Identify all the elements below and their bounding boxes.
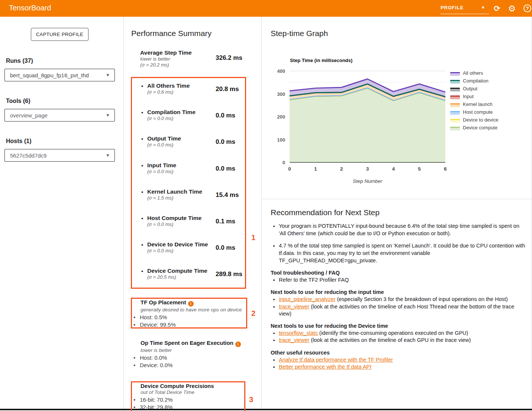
hosts-label: Hosts (1) <box>6 138 31 145</box>
metric-value: 0.1 ms <box>216 218 235 225</box>
info-icon[interactable]: i <box>235 342 241 347</box>
bullet-icon: • <box>141 242 143 248</box>
tool-link[interactable]: trace_viewer <box>279 337 309 343</box>
legend-swatch <box>450 88 460 91</box>
bullet-icon: • <box>141 189 143 195</box>
item-text: (especially Section 3 for the breakdown … <box>335 296 507 302</box>
subsection-list: input_pipeline_analyzer (especially Sect… <box>271 296 526 317</box>
legend-label: Output <box>463 86 477 91</box>
bullet-icon: • <box>141 162 143 169</box>
tools-select-value: overview_page <box>10 112 48 119</box>
bullet-icon: • <box>141 268 143 274</box>
step-time-breakdown-row: •Input Time(σ = 0.0 ms)0.0 ms <box>133 162 245 175</box>
chevron-down-icon: ▼ <box>106 72 110 78</box>
refresh-icon[interactable]: ⟳ <box>491 3 503 14</box>
x-tick-label: 2 <box>340 166 343 172</box>
tf-op-placement-note: generally desired to have more ops on de… <box>141 307 245 313</box>
tf-op-placement-section: TF Op Placementi generally desired to ha… <box>131 299 245 328</box>
recommendation-bullet: 4.7 % of the total step time sampled is … <box>279 242 526 264</box>
chevron-down-icon: ▼ <box>481 5 485 10</box>
step-time-breakdown-row: •All Others Time(σ = 0.6 ms)20.8 ms <box>133 82 245 95</box>
annotation-number-2: 2 <box>251 309 255 318</box>
step-time-chart: 01002003004000123456Step Number <box>262 17 532 199</box>
app-title: TensorBoard <box>9 4 51 12</box>
tools-select[interactable]: overview_page ▼ <box>4 109 115 122</box>
info-icon[interactable]: i <box>188 301 194 307</box>
recommendation-section: Recommendation for Next Step Your progra… <box>262 199 532 409</box>
eager-execution-section: Op Time Spent on Eager Executioni lower … <box>131 340 245 369</box>
x-tick-label: 3 <box>366 166 369 172</box>
capture-profile-button[interactable]: CAPTURE PROFILE <box>31 28 88 41</box>
runs-select[interactable]: bert_squad_8gpu_fp16_pvt_thd ▼ <box>4 69 115 81</box>
step-time-breakdown-row: •Kernel Launch Time(σ = 1.5 ms)15.4 ms <box>133 188 245 201</box>
metric-value: 0.0 ms <box>216 138 235 146</box>
y-tick-label: 200 <box>277 114 285 120</box>
subsection-heading: Other useful resources <box>271 350 526 356</box>
metric-value: 289.8 ms <box>216 271 242 278</box>
chevron-down-icon: ▼ <box>106 113 110 118</box>
subsection-item: trace_viewer (look at the activities on … <box>279 337 526 344</box>
x-axis-title: Step Number <box>353 178 383 184</box>
performance-summary-title: Performance Summary <box>131 29 212 38</box>
recommendation-subsections: Tool troubleshooting / FAQRefer to the T… <box>271 270 526 370</box>
subsection-list: tensorflow_stats (identify the time-cons… <box>271 330 526 344</box>
step-time-breakdown-row: •Host Compute Time(σ = 0.0 ms)0.1 ms <box>133 215 245 227</box>
op-metric-item: Host: 0.0% <box>131 354 245 362</box>
metric-value: 0.0 ms <box>216 244 235 252</box>
legend-label: All others <box>463 70 483 76</box>
x-tick-label: 5 <box>418 166 421 172</box>
app-header: TensorBoard PROFILE ▼ ⟳ ⚙ ? <box>0 0 532 17</box>
compute-precisions-section: Device Compute Precisions out of Total D… <box>131 383 245 411</box>
legend-swatch <box>450 80 460 84</box>
help-icon[interactable]: ? <box>522 3 532 14</box>
subsection-item: tensorflow_stats (identify the time-cons… <box>279 330 526 337</box>
page-bottom-border <box>0 409 532 410</box>
hosts-select[interactable]: 5627c5dd7dc9 ▼ <box>4 149 115 162</box>
average-step-time-row: Average Step Time lower is better (σ = 2… <box>133 49 245 68</box>
step-time-breakdown-row: •Device to Device Time(σ = 0.0 ms)0.0 ms <box>133 241 245 254</box>
item-text: (look at the activities on the timeline … <box>309 337 471 343</box>
help-question-glyph: ? <box>523 4 531 12</box>
legend-swatch <box>450 96 460 99</box>
runs-label: Runs (37) <box>6 58 33 64</box>
sidebar-divider <box>123 17 124 411</box>
item-text: (identify the time-consuming operations … <box>318 330 468 336</box>
y-tick-label: 0 <box>283 160 285 165</box>
legend-label: Device compute <box>463 125 497 130</box>
tools-label: Tools (6) <box>6 98 30 104</box>
chevron-down-icon: ▼ <box>106 153 110 158</box>
tool-link[interactable]: Analyze tf.data performance with the TF … <box>279 357 393 363</box>
step-time-graph-card: Step-time Graph Step Time (in millisecon… <box>262 17 532 199</box>
op-metric-item: Device: 99.5% <box>131 321 245 329</box>
subsection-item: trace_viewer (look at the activities on … <box>279 303 526 318</box>
tool-link[interactable]: trace_viewer <box>279 304 309 310</box>
eager-execution-items: Host: 0.0%Device: 0.0% <box>131 354 245 369</box>
tool-link[interactable]: tensorflow_stats <box>279 330 318 336</box>
annotation-number-3: 3 <box>249 395 253 404</box>
bullet-icon: • <box>141 109 143 116</box>
step-time-breakdown-row: •Output Time(σ = 0.0 ms)0.0 ms <box>133 135 245 148</box>
x-tick-label: 1 <box>314 166 317 172</box>
subsection-item: Refer to the TF2 Profiler FAQ <box>279 276 526 284</box>
dashboard-selector-value: PROFILE <box>441 5 464 10</box>
op-metric-item: 16-bit: 70.2% <box>131 396 245 404</box>
y-tick-label: 400 <box>277 68 285 74</box>
subsection-list: Refer to the TF2 Profiler FAQ <box>271 276 526 284</box>
subsection-item: Better performance with the tf.data API <box>279 363 526 370</box>
legend-swatch <box>450 72 460 76</box>
legend-swatch <box>450 111 460 115</box>
x-tick-label: 6 <box>444 166 447 172</box>
metric-value: 15.4 ms <box>216 191 239 199</box>
legend-swatch <box>450 103 460 107</box>
hosts-select-value: 5627c5dd7dc9 <box>10 152 46 159</box>
legend-swatch <box>450 119 460 123</box>
legend-label: Kernel launch <box>463 101 493 107</box>
tool-link[interactable]: input_pipeline_analyzer <box>279 296 335 302</box>
gear-icon[interactable]: ⚙ <box>506 3 518 14</box>
step-time-breakdown-row: •Device Compute Time(σ = 20.5 ms)289.8 m… <box>133 268 245 280</box>
compute-precisions-note: out of Total Device Time <box>141 389 245 395</box>
legend-swatch <box>450 127 460 130</box>
tool-link[interactable]: Better performance with the tf.data API <box>279 364 371 370</box>
dashboard-selector[interactable]: PROFILE ▼ <box>441 3 489 14</box>
recommendation-bullet: Your program is POTENTIALLY input-bound … <box>279 222 526 237</box>
